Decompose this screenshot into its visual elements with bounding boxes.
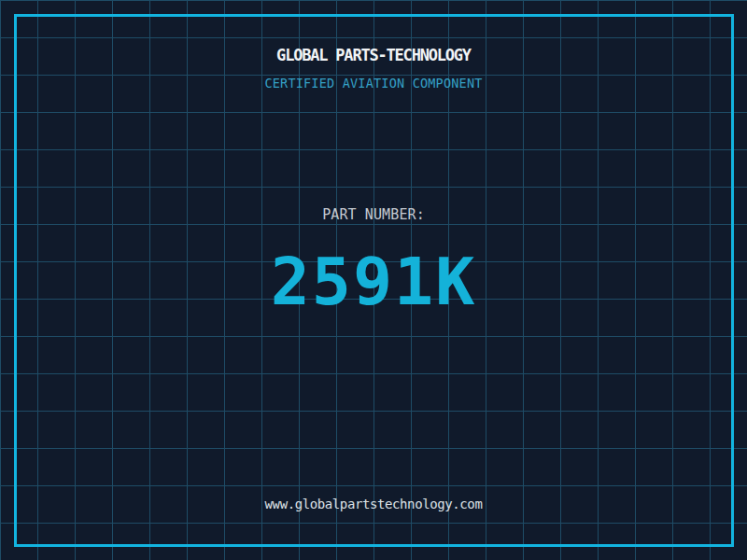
company-name: GLOBAL PARTS-TECHNOLOGY: [0, 48, 747, 63]
part-certificate-card: GLOBAL PARTS-TECHNOLOGY CERTIFIED AVIATI…: [0, 0, 747, 560]
website-url: www.globalpartstechnology.com: [0, 497, 747, 511]
part-number-label: PART NUMBER:: [0, 208, 747, 222]
certification-subtitle: CERTIFIED AVIATION COMPONENT: [0, 77, 747, 91]
part-number-value: 2591K: [0, 249, 747, 315]
